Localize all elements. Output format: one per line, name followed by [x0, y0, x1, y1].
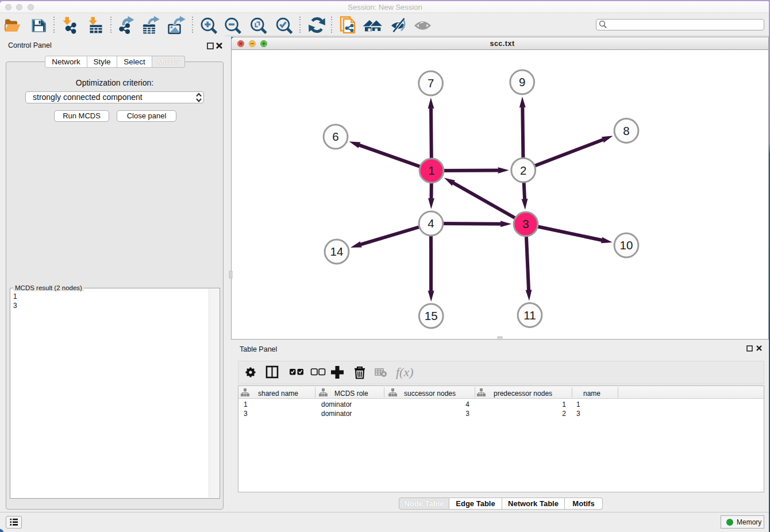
svg-text:f(x): f(x) — [396, 365, 414, 379]
